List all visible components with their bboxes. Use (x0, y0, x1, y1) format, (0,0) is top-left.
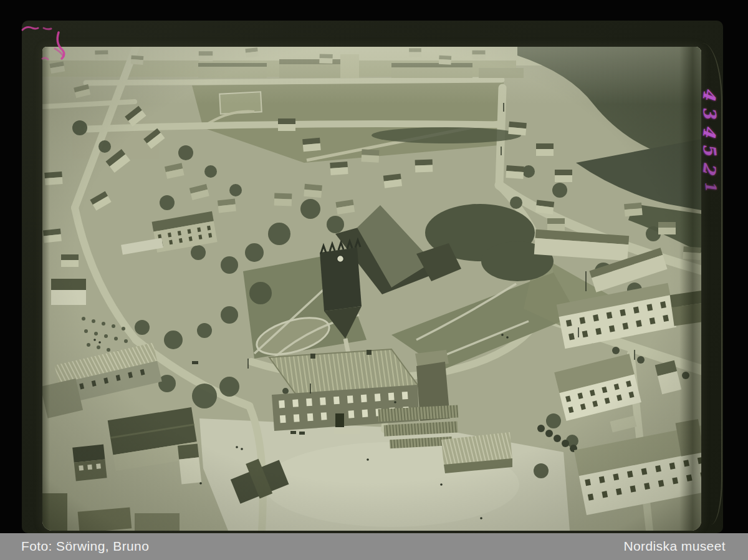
annotation-char: 4 (699, 124, 720, 138)
film-negative: 4 3 4 5 2 1 (22, 21, 723, 533)
negative-scan: 4 3 4 5 2 1 Foto: Sörwing, Bruno Nordisk… (0, 0, 748, 560)
museum-name: Nordiska museet (623, 539, 726, 554)
annotation-char: 4 (699, 87, 720, 100)
annotation-char: 1 (699, 180, 720, 191)
photographer-credit: Foto: Sörwing, Bruno (21, 539, 149, 554)
annotation-char: 2 (699, 161, 720, 175)
annotation-char: 5 (699, 143, 720, 157)
annotation-char: 3 (699, 105, 720, 119)
vignette (42, 47, 701, 531)
aerial-photo (42, 47, 701, 531)
handwritten-negative-number: 4 3 4 5 2 1 (700, 88, 719, 191)
caption-bar: Foto: Sörwing, Bruno Nordiska museet (0, 533, 748, 560)
aerial-scene (42, 47, 701, 531)
